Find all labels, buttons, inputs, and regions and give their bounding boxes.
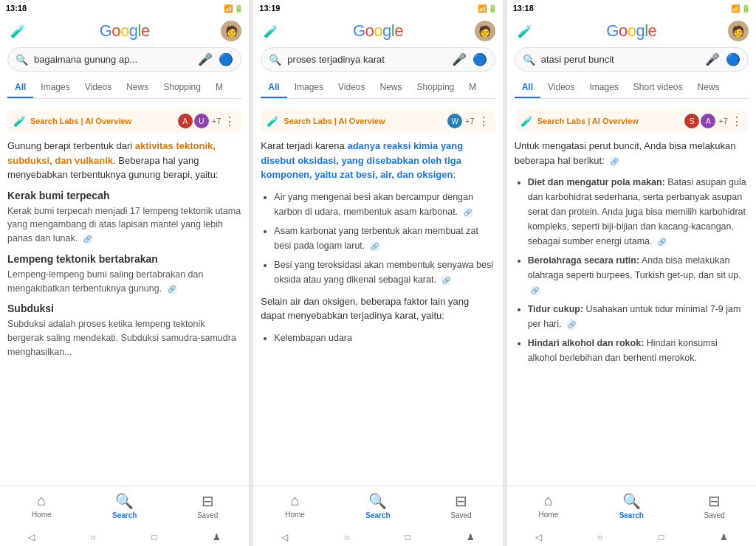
- ai-avatar-c2: A: [701, 114, 715, 128]
- mic-icon-2[interactable]: 🎤: [452, 52, 467, 66]
- link-3b[interactable]: 🔗: [530, 286, 540, 296]
- tab-shopping-1[interactable]: Shopping: [156, 77, 208, 98]
- nav-saved-label-2: Saved: [450, 511, 471, 519]
- home-btn-2[interactable]: ○: [344, 532, 349, 542]
- bullet-item-3c: Tidur cukup: Usahakan untuk tidur minima…: [528, 302, 749, 331]
- lens-icon-3[interactable]: 🔵: [726, 52, 740, 66]
- assist-btn-2[interactable]: ♟: [467, 532, 475, 542]
- android-bar-3: ◁ ○ □ ♟: [507, 528, 756, 546]
- nav-home-3[interactable]: ⌂ Home: [507, 492, 590, 525]
- highlight-1: aktivitas tektonik, subduksi, dan vulkan…: [7, 140, 216, 166]
- ai-menu-1[interactable]: ⋮: [224, 114, 236, 128]
- bullet-item-3d: Hindari alkohol dan rokok: Hindari konsu…: [528, 336, 749, 365]
- tab-news-2[interactable]: News: [373, 77, 410, 98]
- recents-btn-2[interactable]: □: [405, 532, 410, 542]
- tab-videos-1[interactable]: Videos: [78, 77, 119, 98]
- tab-all-1[interactable]: All: [7, 77, 33, 98]
- home-btn-1[interactable]: ○: [91, 532, 96, 542]
- ai-flask-3: 🧪: [520, 115, 533, 127]
- search-query-3: atasi perut buncit: [541, 54, 705, 65]
- nav-saved-1[interactable]: ⊟ Saved: [166, 492, 249, 525]
- search-icon-1: 🔍: [115, 492, 134, 510]
- user-avatar-3[interactable]: 🧑: [728, 21, 749, 41]
- tab-images-1[interactable]: Images: [33, 77, 77, 98]
- google-header-3: 🧪 Google 🧑: [515, 21, 749, 41]
- assist-btn-1[interactable]: ♟: [213, 532, 221, 542]
- tab-images-2[interactable]: Images: [287, 77, 331, 98]
- google-logo-3: Google: [606, 21, 656, 41]
- bullet-item-2a: Air yang mengenai besi akan bercampur de…: [274, 190, 495, 219]
- nav-home-1[interactable]: ⌂ Home: [0, 492, 83, 525]
- back-btn-1[interactable]: ◁: [28, 532, 35, 542]
- tabs-row-3: All Videos Images Short videos News: [515, 77, 749, 99]
- status-time-1: 13:18: [6, 4, 27, 13]
- link-3c[interactable]: 🔗: [566, 319, 577, 330]
- section-body-1a: Kerak bumi terpecah menjadi 17 lempeng t…: [7, 204, 241, 246]
- search-bar-2[interactable]: 🔍 proses terjadinya karat 🎤 🔵: [261, 47, 495, 72]
- search-bar-3[interactable]: 🔍 atasi perut buncit 🎤 🔵: [515, 47, 749, 72]
- tab-more-1[interactable]: M: [208, 77, 230, 98]
- wifi-icon-3: 📶: [731, 4, 740, 13]
- nav-home-2[interactable]: ⌂ Home: [253, 492, 336, 525]
- ai-menu-3[interactable]: ⋮: [731, 114, 743, 128]
- android-bar-1: ◁ ○ □ ♟: [0, 528, 249, 546]
- nav-saved-2[interactable]: ⊟ Saved: [419, 492, 502, 525]
- user-avatar-1[interactable]: 🧑: [221, 21, 241, 41]
- lens-icon-1[interactable]: 🔵: [219, 52, 233, 66]
- home-btn-3[interactable]: ○: [597, 532, 602, 542]
- saved-icon-3: ⊟: [708, 492, 721, 510]
- ai-overview-3: 🧪 Search Labs | AI Overview S A +7 ⋮: [515, 109, 749, 133]
- nav-search-1[interactable]: 🔍 Search: [83, 492, 165, 525]
- user-avatar-2[interactable]: 🧑: [475, 21, 495, 41]
- link-icon-1a[interactable]: 🔗: [83, 234, 93, 244]
- content-area-2: 🧪 Search Labs | AI Overview W +7 ⋮ Karat…: [253, 102, 502, 485]
- bullet-item-2b: Asam karbonat yang terbentuk akan membua…: [274, 224, 495, 253]
- nav-home-label-3: Home: [539, 511, 559, 519]
- search-icon-3: 🔍: [622, 492, 641, 510]
- link-icon-1b[interactable]: 🔗: [167, 284, 177, 294]
- assist-btn-3[interactable]: ♟: [720, 532, 728, 542]
- ai-plus-count-2: +7: [465, 117, 475, 125]
- android-bar-2: ◁ ○ □ ♟: [253, 528, 502, 546]
- tab-images-3[interactable]: Images: [582, 77, 625, 98]
- mic-icon-3[interactable]: 🎤: [705, 52, 720, 66]
- nav-search-3[interactable]: 🔍 Search: [590, 492, 673, 525]
- link-2c[interactable]: 🔗: [441, 275, 451, 286]
- ai-menu-2[interactable]: ⋮: [478, 114, 489, 128]
- recents-btn-3[interactable]: □: [659, 532, 664, 542]
- tab-news-1[interactable]: News: [119, 77, 156, 98]
- google-logo-2: Google: [353, 21, 403, 41]
- nav-search-2[interactable]: 🔍 Search: [337, 492, 419, 525]
- link-2a[interactable]: 🔗: [463, 207, 473, 218]
- tab-all-2[interactable]: All: [261, 77, 286, 98]
- link-3main[interactable]: 🔗: [609, 156, 619, 167]
- link-2b[interactable]: 🔗: [370, 241, 380, 252]
- tab-more-2[interactable]: M: [461, 77, 484, 98]
- tab-shopping-2[interactable]: Shopping: [410, 77, 462, 98]
- divider-2: [504, 0, 506, 546]
- ai-avatar-a2: U: [194, 114, 209, 128]
- link-3a[interactable]: 🔗: [657, 237, 667, 247]
- search-bar-1[interactable]: 🔍 bagaimana gunung ap... 🎤 🔵: [7, 47, 241, 72]
- wifi-icon-2: 📶: [478, 4, 487, 13]
- nav-search-label-1: Search: [112, 511, 137, 519]
- tab-videos-2[interactable]: Videos: [331, 77, 372, 98]
- tab-all-3[interactable]: All: [515, 77, 540, 98]
- search-action-icons-2: 🎤 🔵: [452, 52, 487, 66]
- home-icon-2: ⌂: [291, 492, 300, 509]
- ai-avatar-a1: A: [178, 114, 193, 128]
- back-btn-2[interactable]: ◁: [281, 532, 288, 542]
- nav-search-label-2: Search: [365, 511, 390, 519]
- home-icon-3: ⌂: [544, 492, 553, 509]
- search-query-1: bagaimana gunung ap...: [34, 54, 198, 65]
- nav-saved-3[interactable]: ⊟ Saved: [673, 492, 756, 525]
- tab-shortvideos-3[interactable]: Short videos: [626, 77, 690, 98]
- tab-videos-3[interactable]: Videos: [540, 77, 582, 98]
- tab-news-3[interactable]: News: [690, 77, 727, 98]
- mic-icon-1[interactable]: 🎤: [198, 52, 213, 66]
- lens-icon-2[interactable]: 🔵: [472, 52, 487, 66]
- back-btn-3[interactable]: ◁: [535, 532, 542, 542]
- nav-home-label-2: Home: [285, 511, 305, 519]
- bottom-nav-1: ⌂ Home 🔍 Search ⊟ Saved: [0, 485, 249, 528]
- recents-btn-1[interactable]: □: [152, 532, 157, 542]
